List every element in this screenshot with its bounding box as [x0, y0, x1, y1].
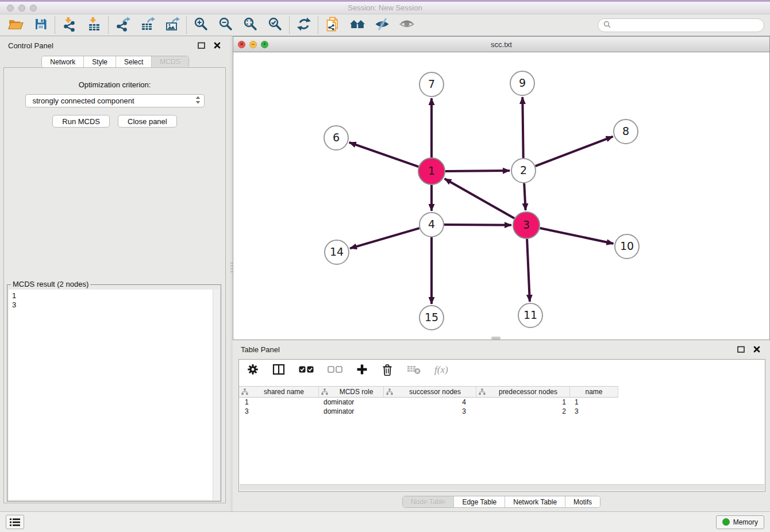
- graph-node-10[interactable]: 10: [615, 234, 639, 259]
- tab-style[interactable]: Style: [83, 56, 116, 67]
- tab-network-table[interactable]: Network Table: [505, 496, 565, 507]
- table-cell[interactable]: 3: [384, 407, 476, 415]
- table-cell[interactable]: 4: [384, 398, 476, 406]
- graph-node-14[interactable]: 14: [325, 240, 349, 264]
- search-input[interactable]: [614, 21, 759, 29]
- delete-table-icon: [407, 364, 421, 376]
- graph-edge-2-9[interactable]: [522, 97, 523, 158]
- table-cell[interactable]: 3: [239, 407, 319, 415]
- function-builder-button[interactable]: f(x): [434, 364, 448, 376]
- memory-indicator-dot: [722, 518, 730, 526]
- tab-network[interactable]: Network: [42, 56, 83, 67]
- graph-node-2[interactable]: 2: [511, 159, 536, 183]
- table-row[interactable]: 3dominator323: [239, 407, 765, 416]
- graph-node-8[interactable]: 8: [614, 119, 638, 144]
- tab-motifs[interactable]: Motifs: [565, 496, 600, 507]
- graph-node-label: 11: [523, 309, 537, 321]
- close-panel-button[interactable]: [212, 40, 222, 51]
- select-all-button[interactable]: [299, 365, 314, 375]
- delete-table-button[interactable]: [407, 364, 421, 376]
- graph-edge-2-3[interactable]: [524, 183, 525, 210]
- control-panel-header: Control Panel: [0, 36, 230, 55]
- graph-node-15[interactable]: 15: [419, 306, 444, 330]
- tab-mcds[interactable]: MCDS: [151, 56, 188, 67]
- graph-node-11[interactable]: 11: [518, 303, 542, 327]
- graph-node-9[interactable]: 9: [510, 71, 534, 95]
- network-resize-grip[interactable]: [491, 337, 500, 340]
- hide-graphics-details-button[interactable]: [369, 16, 394, 35]
- tab-node-table[interactable]: Node Table: [403, 496, 454, 507]
- table-cell[interactable]: 1: [570, 398, 618, 406]
- refresh-layout-button[interactable]: [291, 16, 316, 35]
- add-row-button[interactable]: [356, 364, 368, 377]
- memory-button[interactable]: Memory: [716, 515, 764, 529]
- zoom-in-button[interactable]: [188, 16, 213, 35]
- close-table-panel-button[interactable]: [752, 344, 762, 354]
- table-cell[interactable]: 3: [570, 407, 618, 415]
- graph-edge-4-3[interactable]: [444, 225, 511, 225]
- table-cell[interactable]: 1: [476, 398, 570, 406]
- zoom-fit-button[interactable]: [238, 16, 263, 35]
- mcds-panel: Optimization criterion: strongly connect…: [3, 67, 226, 503]
- column-header-name[interactable]: name: [570, 386, 618, 398]
- graph-node-6[interactable]: 6: [324, 126, 348, 150]
- graph-edge-1-2[interactable]: [445, 171, 510, 171]
- graph-node-3[interactable]: 3: [513, 212, 540, 238]
- show-graphics-details-button[interactable]: [394, 16, 419, 35]
- column-header-successor-nodes[interactable]: successor nodes: [384, 386, 476, 398]
- column-header-predecessor-nodes[interactable]: predecessor nodes: [476, 386, 570, 398]
- close-panel-button-mcds[interactable]: Close panel: [118, 115, 177, 128]
- network-canvas[interactable]: 1234678910111415: [233, 52, 769, 340]
- main-toolbar: [0, 14, 770, 36]
- home-button[interactable]: [345, 16, 369, 35]
- graph-edge-2-8[interactable]: [536, 137, 613, 167]
- save-session-button[interactable]: [28, 16, 53, 35]
- table-cell[interactable]: 1: [239, 398, 319, 406]
- settings-button[interactable]: [247, 364, 259, 377]
- export-image-button[interactable]: [160, 16, 184, 35]
- graph-edge-1-6[interactable]: [349, 142, 419, 167]
- table-panel-title: Table Panel: [241, 345, 280, 354]
- graph-node-label: 14: [330, 245, 344, 258]
- table-cell[interactable]: dominator: [319, 398, 384, 406]
- zoom-out-icon: [218, 17, 233, 33]
- task-history-button[interactable]: [6, 515, 24, 529]
- export-table-button[interactable]: [135, 16, 160, 35]
- export-network-icon: [116, 17, 130, 33]
- table-horizontal-scrollbar[interactable]: [240, 484, 764, 491]
- graph-node-4[interactable]: 4: [419, 213, 444, 237]
- optimization-criterion-select[interactable]: strongly connected component: [25, 94, 205, 107]
- import-network-button[interactable]: [57, 16, 82, 35]
- tab-select[interactable]: Select: [116, 56, 151, 67]
- float-panel-button[interactable]: [196, 40, 206, 51]
- delete-row-button[interactable]: [382, 363, 393, 377]
- table-cell[interactable]: 2: [476, 407, 570, 415]
- graph-edge-3-1[interactable]: [445, 179, 515, 218]
- split-view-button[interactable]: [272, 364, 285, 377]
- column-header-shared-name[interactable]: shared name: [239, 386, 319, 398]
- column-type-icon: [241, 388, 252, 395]
- graph-node-7[interactable]: 7: [419, 72, 444, 97]
- search-field[interactable]: [598, 18, 764, 32]
- graph-edge-3-11[interactable]: [527, 239, 530, 302]
- deselect-all-button[interactable]: [328, 365, 342, 375]
- graph-node-1[interactable]: 1: [418, 158, 445, 184]
- network-window-titlebar: ✕ − + scc.txt: [233, 37, 769, 52]
- zoom-selected-button[interactable]: [263, 16, 287, 35]
- import-table-button[interactable]: [82, 16, 106, 35]
- graph-edge-3-10[interactable]: [540, 228, 614, 244]
- graph-edge-4-14[interactable]: [350, 228, 419, 248]
- float-table-panel-button[interactable]: [736, 344, 746, 354]
- open-file-button[interactable]: [3, 16, 28, 35]
- mcds-result-scrollbar[interactable]: [213, 290, 220, 500]
- network-file-button[interactable]: [320, 16, 345, 35]
- column-header-MCDS-role[interactable]: MCDS role: [319, 386, 384, 398]
- run-mcds-button[interactable]: Run MCDS: [52, 115, 110, 128]
- tab-edge-table[interactable]: Edge Table: [453, 496, 505, 507]
- zoom-out-button[interactable]: [213, 16, 238, 35]
- column-type-icon: [321, 388, 332, 395]
- table-row[interactable]: 1dominator411: [239, 398, 765, 407]
- export-network-button[interactable]: [110, 16, 135, 35]
- mcds-result-text[interactable]: 13: [9, 290, 220, 500]
- table-cell[interactable]: dominator: [319, 407, 384, 415]
